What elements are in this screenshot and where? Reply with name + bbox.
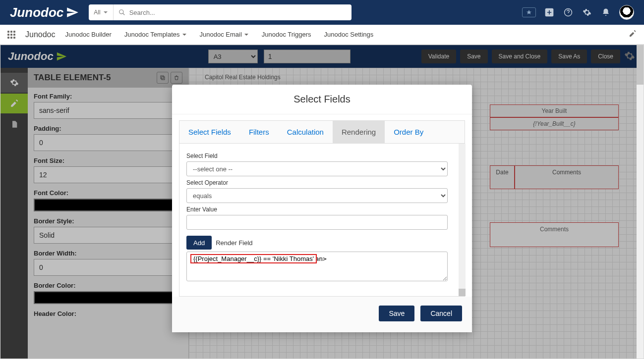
nav-triggers[interactable]: Junodoc Triggers: [262, 31, 311, 38]
modal-tabs: Select Fields Filters Calculation Render…: [179, 120, 465, 143]
select-fields-modal: Select Fields Select Fields Filters Calc…: [172, 85, 472, 332]
modal-footer: Save Cancel: [172, 297, 472, 332]
tab-filters[interactable]: Filters: [240, 121, 278, 143]
modal-cancel-button[interactable]: Cancel: [420, 306, 462, 321]
content-scrollbar-track[interactable]: [459, 144, 466, 296]
search-input[interactable]: [129, 9, 347, 16]
nav-builder[interactable]: Junodoc Builder: [65, 31, 112, 38]
search-scope-label: All: [94, 9, 100, 16]
page-scrollbar-track[interactable]: [637, 45, 644, 359]
svg-point-0: [119, 10, 123, 14]
nav-settings[interactable]: Junodoc Settings: [324, 31, 374, 38]
app-nav: Junodoc Junodoc Builder Junodoc Template…: [0, 25, 644, 45]
select-field-dropdown[interactable]: --select one --: [186, 161, 448, 176]
modal-save-button[interactable]: Save: [379, 306, 414, 321]
app-name: Junodoc: [25, 30, 56, 39]
header-icons: [522, 5, 634, 20]
enter-value-label: Enter Value: [186, 206, 458, 213]
render-field-textarea[interactable]: <span class="highlight-box"></span>: [186, 252, 448, 281]
select-operator-dropdown[interactable]: equals: [186, 188, 448, 203]
tab-select-fields[interactable]: Select Fields: [179, 121, 240, 143]
notifications-icon[interactable]: [600, 7, 611, 18]
user-avatar-icon[interactable]: [619, 5, 634, 20]
tab-content: Select Field --select one -- Select Oper…: [179, 143, 465, 297]
app-launcher-icon[interactable]: [7, 31, 15, 39]
tab-order-by[interactable]: Order By: [385, 121, 432, 143]
add-render-row: Add Render Field: [186, 236, 458, 250]
help-icon[interactable]: [563, 7, 574, 18]
favorites-icon[interactable]: [522, 7, 536, 17]
chevron-down-icon: [182, 32, 187, 37]
nav-links: Junodoc Builder Junodoc Templates Junodo…: [65, 31, 374, 38]
tab-rendering[interactable]: Rendering: [333, 121, 385, 143]
chevron-down-icon: [244, 32, 249, 37]
add-button[interactable]: Add: [186, 236, 212, 250]
brand-text: Junodoc: [10, 5, 63, 20]
add-icon[interactable]: [544, 7, 555, 18]
select-operator-label: Select Operator: [186, 179, 458, 186]
paper-plane-icon: [66, 6, 79, 19]
chevron-down-icon: [103, 10, 108, 15]
render-field-label: Render Field: [216, 239, 252, 247]
enter-value-input[interactable]: [186, 215, 448, 230]
search-scope-dropdown[interactable]: All: [89, 4, 113, 20]
page-scrollbar-thumb[interactable]: [637, 45, 644, 85]
global-header: Junodoc All: [0, 0, 644, 25]
nav-email[interactable]: Junodoc Email: [200, 31, 249, 38]
search-input-container: [114, 9, 352, 16]
content-scrollbar-thumb[interactable]: [459, 289, 466, 296]
modal-title: Select Fields: [172, 85, 472, 114]
nav-templates[interactable]: Junodoc Templates: [124, 31, 187, 38]
search-bar: All: [89, 4, 351, 20]
settings-icon[interactable]: [582, 7, 592, 18]
edit-nav-icon[interactable]: [629, 30, 637, 39]
select-field-label: Select Field: [186, 153, 458, 159]
modal-body: Select Fields Filters Calculation Render…: [172, 114, 472, 297]
header-left: Junodoc All: [10, 4, 351, 20]
modal-overlay: Select Fields Select Fields Filters Calc…: [0, 45, 644, 359]
brand-logo: Junodoc: [10, 5, 79, 20]
builder-container: Junodoc A3 Validate Save Save and Close …: [0, 45, 644, 359]
search-icon: [118, 9, 125, 16]
tab-calculation[interactable]: Calculation: [278, 121, 333, 143]
